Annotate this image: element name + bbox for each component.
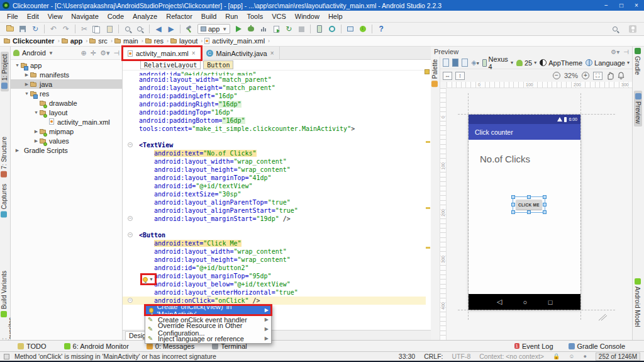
close-button[interactable]: ×: [629, 2, 644, 9]
code-line[interactable]: android:paddingRight="16dp": [123, 100, 426, 108]
menu-tools[interactable]: Tools: [242, 13, 267, 20]
code-line[interactable]: android:layout_below="@+id/textView": [123, 280, 426, 288]
close-icon[interactable]: ×: [270, 50, 274, 57]
encoding[interactable]: UTF-8: [452, 353, 470, 360]
fold-marker-icon[interactable]: −: [128, 298, 133, 303]
tree-item-java[interactable]: ▶java: [11, 79, 122, 89]
tree-item-activity_main-xml[interactable]: activity_main.xml: [11, 117, 122, 127]
breadcrumb-item-main[interactable]: main: [114, 37, 138, 45]
menu-navigate[interactable]: Navigate: [67, 13, 103, 20]
intention-bulb[interactable]: ▼: [142, 274, 155, 284]
tool-tab-android-model[interactable]: Android Model: [634, 278, 641, 327]
code-line[interactable]: android:id="@+id/textView": [123, 182, 426, 190]
tree-item-app[interactable]: ▼app: [11, 60, 122, 70]
warning-stripe-mark[interactable]: [426, 247, 430, 249]
replace-icon[interactable]: ᵃ: [134, 24, 147, 35]
code-line[interactable]: android:layout_alignParentTop="true": [123, 198, 426, 206]
menu-window[interactable]: Window: [291, 13, 324, 20]
code-line[interactable]: android:layout_height="wrap_content": [123, 256, 426, 264]
recents-nav-icon[interactable]: □: [548, 298, 553, 306]
hide-panel-icon[interactable]: ⊣: [113, 49, 119, 57]
code-line[interactable]: android:layout_marginTop="41dp": [123, 174, 426, 182]
hide-panel-icon[interactable]: ⊣: [623, 48, 629, 55]
help-icon[interactable]: ?: [375, 24, 387, 35]
code-line[interactable]: android:layout_width="wrap_content": [123, 157, 426, 166]
tool-button-gradle-console[interactable]: Gradle Console: [569, 342, 625, 350]
collapse-all-icon[interactable]: ⊕: [81, 49, 87, 57]
tool-button-6-android-monitor[interactable]: 6: Android Monitor: [64, 342, 129, 350]
memory-indicator[interactable]: 252 of 1246M: [596, 353, 640, 361]
code-line[interactable]: android:paddingBottom="16dp": [123, 116, 426, 125]
zoom-fit-icon[interactable]: ⛶: [593, 72, 602, 80]
code-line[interactable]: android:layout_centerHorizontal="true": [123, 288, 426, 297]
orientation-icon[interactable]: ◈▾: [471, 59, 479, 67]
run-icon[interactable]: [232, 24, 245, 35]
code-line[interactable]: −android:layout_marginStart="19dp" />: [123, 215, 426, 223]
tool-tab-gradle[interactable]: Gradle: [634, 48, 641, 75]
tab-design[interactable]: Design: [125, 331, 147, 341]
code-line[interactable]: android:textSize="30sp": [123, 190, 426, 198]
tool-button-event-log[interactable]: 1Event Log: [514, 342, 553, 350]
menu-edit[interactable]: Edit: [23, 13, 43, 20]
resize-handle[interactable]: [597, 314, 608, 321]
fold-marker-icon[interactable]: −: [128, 232, 133, 237]
breadcrumb-item-app[interactable]: app: [62, 37, 83, 45]
paste-icon[interactable]: [103, 24, 116, 35]
element-crumb-button[interactable]: Button: [203, 60, 233, 69]
inspector-icon[interactable]: ☺: [569, 353, 574, 359]
breadcrumb-item-activity_main.xml[interactable]: activity_main.xml: [204, 37, 265, 45]
cut-icon[interactable]: ✂: [78, 24, 91, 35]
user-icon[interactable]: [626, 24, 639, 35]
code-line[interactable]: tools:context="make_it_simple.clickcount…: [123, 125, 426, 133]
line-ending[interactable]: CRLF:: [424, 353, 443, 360]
tool-tab-1-project[interactable]: 1: Project: [1, 52, 9, 91]
minimize-button[interactable]: −: [599, 2, 614, 9]
selection-handle[interactable]: [527, 210, 531, 214]
notifications-bell-icon[interactable]: [618, 72, 625, 79]
search-icon[interactable]: [609, 24, 621, 35]
tab-activity_main-xml[interactable]: activity_main.xml×: [123, 47, 201, 60]
selection-handle[interactable]: [511, 210, 515, 214]
tab-palette[interactable]: Palette: [431, 59, 438, 87]
code-line[interactable]: android:text="No.of Clicks": [123, 149, 426, 157]
tab-mainactivity-java[interactable]: CMainActivity.java×: [201, 47, 280, 60]
menu-view[interactable]: View: [43, 13, 67, 20]
device-selector[interactable]: Nexus 4▾: [482, 55, 513, 71]
build-hammer-icon[interactable]: [183, 24, 196, 35]
forward-icon[interactable]: ▶: [165, 24, 177, 35]
code-line[interactable]: android:layout_width="wrap_content": [123, 247, 426, 256]
preview-textview[interactable]: No.of Clicks: [480, 154, 530, 164]
stop-icon[interactable]: [295, 24, 308, 35]
popup-item[interactable]: ✎Override Resource in Other Configuratio…: [145, 324, 271, 334]
warning-stripe-mark[interactable]: [426, 141, 430, 143]
tree-collapse-arrow[interactable]: ▶: [14, 148, 21, 153]
save-icon[interactable]: [16, 24, 29, 35]
menu-refactor[interactable]: Refactor: [162, 13, 197, 20]
back-nav-icon[interactable]: ◁: [497, 298, 502, 306]
code-area[interactable]: android:id="@+id/activity_main"android:l…: [123, 71, 426, 305]
fold-marker-icon[interactable]: −: [128, 142, 133, 147]
both-mode-icon[interactable]: [462, 59, 468, 67]
language-selector[interactable]: Language▾: [586, 59, 630, 67]
undo-icon[interactable]: ↶: [47, 24, 60, 35]
code-line[interactable]: android:layout_height="match_parent": [123, 84, 426, 92]
warning-stripe-mark[interactable]: [426, 207, 430, 209]
popup-item[interactable]: Create 'onClick(View)' in 'MainActivity'…: [145, 305, 271, 315]
tool-tab-preview[interactable]: Preview: [634, 91, 642, 127]
code-line[interactable]: −<TextView: [123, 141, 426, 149]
run-configuration-selector[interactable]: app▼: [197, 24, 230, 34]
tool-tab-captures[interactable]: Captures: [1, 184, 8, 218]
locate-icon[interactable]: ✛: [91, 49, 96, 57]
pan-hand-icon[interactable]: [606, 72, 614, 80]
code-line[interactable]: [123, 223, 426, 231]
selection-handle[interactable]: [511, 203, 515, 206]
breadcrumb-item-res[interactable]: res: [145, 37, 164, 45]
code-line[interactable]: android:text="Click Me": [123, 239, 426, 247]
sync-icon[interactable]: ↻: [29, 24, 42, 35]
popup-item[interactable]: ✎Inject language or reference▶: [145, 334, 271, 343]
breadcrumb-item-src[interactable]: src: [89, 37, 108, 45]
lightbulb-icon[interactable]: [143, 277, 148, 282]
zoom-in-icon[interactable]: +: [582, 72, 589, 79]
tree-item-layout[interactable]: ▼layout: [11, 108, 122, 117]
match-height-icon[interactable]: ↕: [455, 72, 465, 80]
